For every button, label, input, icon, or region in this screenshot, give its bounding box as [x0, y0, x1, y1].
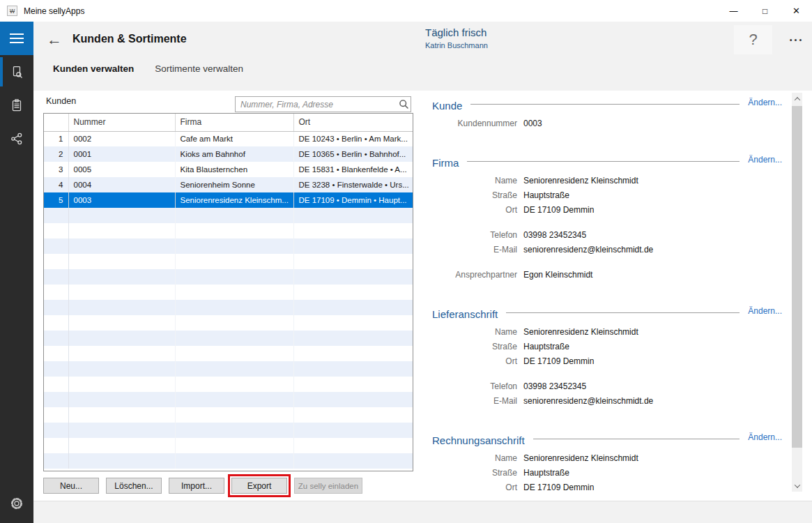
detail-row: AnsprechpartnerEgon Kleinschmidt	[432, 268, 782, 282]
field-value: DE 17109 Demmin	[523, 480, 594, 495]
sidebar-item-customers[interactable]	[0, 55, 33, 89]
field-label: E-Mail	[432, 394, 517, 409]
col-nummer[interactable]: Nummer	[68, 114, 175, 131]
aendern-link-lieferanschrift[interactable]: Ändern...	[748, 306, 782, 317]
table-empty-row	[44, 223, 413, 238]
section-divider	[470, 104, 740, 105]
scroll-up-button[interactable]	[792, 93, 802, 105]
detail-section-kunde: KundeÄndern...Kundennummer0003	[432, 98, 782, 131]
tab-sortimente-verwalten[interactable]: Sortimente verwalten	[155, 63, 243, 74]
cell-nummer: 0001	[68, 146, 175, 162]
cell-firma: Cafe am Markt	[175, 131, 293, 146]
table-row[interactable]: 30005Kita BlausternchenDE 15831 • Blanke…	[44, 162, 413, 177]
col-ort[interactable]: Ort	[293, 114, 413, 131]
search-icon[interactable]	[397, 99, 411, 109]
detail-scrollbar[interactable]	[792, 93, 802, 492]
delete-button[interactable]: Löschen...	[106, 478, 162, 494]
table-empty-row	[44, 331, 413, 346]
table-header-row: Nummer Firma Ort	[44, 114, 413, 131]
detail-section-lieferanschrift: LieferanschriftÄndern...NameSeniorenresi…	[432, 306, 782, 409]
settings-button[interactable]	[0, 487, 33, 520]
minimize-button[interactable]: —	[718, 0, 749, 22]
table-row[interactable]: 10002Cafe am MarktDE 10243 • Berlin • Am…	[44, 131, 413, 146]
section-divider	[533, 439, 740, 439]
table-empty-row	[44, 300, 413, 315]
field-label: Telefon	[432, 379, 517, 394]
customers-icon	[9, 64, 24, 79]
chevron-down-icon	[794, 482, 799, 487]
table-empty-row	[44, 392, 413, 407]
new-button[interactable]: Neu...	[43, 478, 99, 494]
tab-kunden-verwalten[interactable]: Kunden verwalten	[53, 63, 134, 74]
cell-nummer: 0005	[68, 162, 175, 177]
field-value: 03998 23452345	[523, 379, 586, 394]
detail-row: StraßeHauptstraße	[432, 340, 782, 354]
table-empty-row	[44, 423, 413, 438]
cell-firma: Kioks am Bahnhof	[175, 146, 293, 162]
table-empty-row	[44, 238, 413, 254]
field-label: Straße	[432, 340, 517, 354]
menu-button[interactable]	[0, 22, 33, 55]
account-name: Täglich frisch	[425, 26, 488, 38]
section-title: Kunde	[432, 98, 462, 113]
cell-nummer: 0003	[68, 192, 175, 208]
table-row-selected[interactable]: 50003Seniorenresidenz Kleinschm...DE 171…	[44, 192, 413, 208]
more-button[interactable]: •••	[785, 25, 809, 54]
scroll-down-button[interactable]	[792, 480, 802, 492]
table-empty-row	[44, 315, 413, 331]
app-icon: w	[7, 6, 17, 16]
field-label: Ansprechpartner	[432, 268, 517, 282]
close-button[interactable]: ✕	[781, 0, 812, 22]
cell-firma: Seniorenresidenz Kleinschm...	[175, 192, 293, 208]
table-row[interactable]: 40004Seniorenheim SonneDE 3238 • Finster…	[44, 177, 413, 192]
aendern-link-rechnungsanschrift[interactable]: Ändern...	[748, 432, 782, 443]
customers-panel-label: Kunden	[46, 96, 76, 106]
detail-section-firma: FirmaÄndern...NameSeniorenresidenz Klein…	[432, 155, 782, 282]
table-empty-row	[44, 407, 413, 423]
detail-row: OrtDE 17109 Demmin	[432, 203, 782, 218]
detail-section-rechnungsanschrift: RechnungsanschriftÄndern...NameSeniorenr…	[432, 432, 782, 495]
account-info[interactable]: Täglich frisch Katrin Buschmann	[425, 26, 488, 50]
table-empty-row	[44, 208, 413, 223]
sidebar-item-lists[interactable]	[0, 89, 33, 122]
table-row[interactable]: 20001Kioks am BahnhofDE 10365 • Berlin •…	[44, 146, 413, 162]
detail-row: StraßeHauptstraße	[432, 188, 782, 203]
aendern-link-kunde[interactable]: Ändern...	[748, 98, 782, 108]
field-label: Name	[432, 451, 517, 466]
table-empty-row	[44, 453, 413, 469]
col-rownum[interactable]	[44, 114, 68, 131]
col-firma[interactable]: Firma	[175, 114, 293, 131]
help-button[interactable]: ?	[734, 25, 772, 54]
title-bar: w Meine sellyApps — □ ✕	[0, 0, 812, 22]
detail-row: E-Mailseniorenresidenz@kleinschmidt.de	[432, 394, 782, 409]
cell-nummer: 0004	[68, 177, 175, 192]
back-button[interactable]: ←	[45, 30, 64, 50]
field-value: seniorenresidenz@kleinschmidt.de	[523, 394, 653, 409]
ellipsis-icon: •••	[790, 36, 804, 44]
row-index: 3	[44, 162, 68, 177]
cell-nummer: 0002	[68, 131, 175, 146]
section-title: Lieferanschrift	[432, 307, 498, 321]
export-button[interactable]: Export	[231, 478, 287, 494]
customer-search	[235, 96, 411, 112]
cell-ort: DE 10243 • Berlin • Am Mark...	[293, 131, 413, 146]
section-title: Rechnungsanschrift	[432, 433, 525, 448]
invite-button: Zu selly einladen	[294, 478, 362, 494]
field-label: Ort	[432, 203, 517, 218]
import-button[interactable]: Import...	[169, 478, 224, 494]
scrollbar-thumb[interactable]	[792, 106, 802, 448]
cell-ort: DE 3238 • Finsterwalde • Urs...	[293, 177, 413, 192]
field-value: seniorenresidenz@kleinschmidt.de	[523, 243, 653, 257]
sidebar-item-share[interactable]	[0, 122, 33, 156]
clipboard-icon	[9, 98, 24, 113]
table-empty-row	[44, 254, 413, 269]
field-label: Telefon	[432, 228, 517, 243]
detail-row: StraßeHauptstraße	[432, 466, 782, 480]
maximize-button[interactable]: □	[749, 0, 781, 22]
field-value: DE 17109 Demmin	[523, 354, 594, 369]
aendern-link-firma[interactable]: Ändern...	[748, 155, 782, 165]
question-mark-icon: ?	[749, 31, 757, 49]
field-label: Kundennummer	[432, 116, 517, 131]
search-input[interactable]	[236, 100, 397, 109]
field-label: Name	[432, 174, 517, 188]
